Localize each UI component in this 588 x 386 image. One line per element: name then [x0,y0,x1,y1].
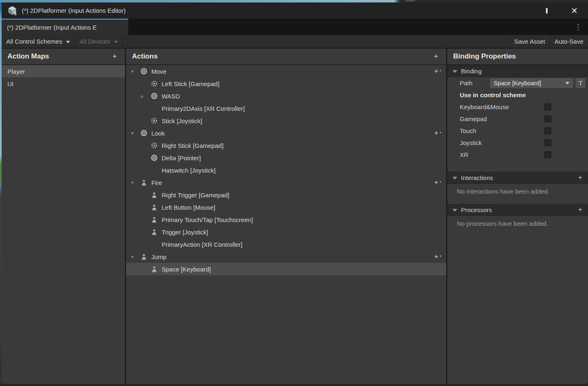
add-binding-button[interactable]: +▾ [432,129,440,138]
path-value: Space [Keyboard] [494,80,541,87]
button-icon [151,216,158,223]
action-maps-title: Action Maps [7,52,49,61]
foldout-triangle-icon [452,209,457,212]
binding-row-wasd[interactable]: ▶ WASD [126,90,446,102]
add-interaction-button[interactable]: + [578,173,582,182]
vector2-icon [151,154,158,161]
action-row-fire[interactable]: ▼ Fire +▾ [126,176,446,189]
maximize-button[interactable] [550,2,569,19]
no-icon-spacer [151,166,158,174]
actions-title: Actions [132,52,158,61]
actions-tree: ▼ Move +▾ Left Stick [Gamepad] ▶ WASD Pr… [126,65,446,384]
expander-open-icon[interactable]: ▼ [129,131,140,136]
auto-save-toggle[interactable]: Auto-Save [550,35,588,48]
unity-logo-icon: 6 [7,5,18,16]
processors-empty-note: No processors have been added. [457,220,588,227]
vector2-icon [140,129,148,137]
button-icon [151,191,158,199]
devices-dropdown[interactable]: All Devices [75,35,123,48]
foldout-triangle-icon [452,70,457,73]
checkbox-touch[interactable] [544,127,551,134]
actions-header: Actions + [126,49,446,65]
add-binding-button[interactable]: +▾ [432,67,440,76]
button-icon [140,179,148,186]
binding-row-primary2daxis-xr-controller[interactable]: Primary2DAxis [XR Controller] [126,102,446,115]
chevron-down-icon [66,41,70,43]
foldout-triangle-icon [452,177,457,180]
titlebar: 6 (*) 2DPlatformer (Input Actions Editor… [2,2,588,19]
binding-row-primaryaction-xr-controller[interactable]: PrimaryAction [XR Controller] [126,238,446,250]
save-asset-button[interactable]: Save Asset [509,35,550,48]
text-mode-toggle-button[interactable]: T [576,78,586,88]
checkbox-joystick[interactable] [544,139,551,146]
binding-row-left-button-mouse[interactable]: Left Button [Mouse] [126,201,446,213]
checkbox-keyboard-mouse[interactable] [544,103,551,110]
use-in-control-scheme-label: Use in control scheme [447,89,588,101]
overflow-menu-button[interactable]: ⋮ [573,22,583,32]
binding-row-delta-pointer[interactable]: Delta [Pointer] [126,152,446,164]
action-map-item-player[interactable]: Player [2,65,125,77]
action-maps-header: Action Maps + [2,49,125,65]
checkbox-xr[interactable] [544,151,551,158]
control-schemes-dropdown[interactable]: All Control Schemes [2,35,75,48]
expander-open-icon[interactable]: ▼ [129,180,140,185]
action-row-look[interactable]: ▼ Look +▾ [126,127,446,139]
window-title: (*) 2DPlatformer (Input Actions Editor) [22,7,126,14]
add-action-button[interactable]: + [431,52,440,61]
action-maps-list: PlayerUI [2,65,125,384]
action-map-item-ui[interactable]: UI [2,77,125,90]
binding-row-space-keyboard[interactable]: Space [Keyboard] [126,263,446,275]
toolbar: All Control Schemes All Devices Save Ass… [2,35,588,49]
binding-properties-panel: Binding Properties Binding Path Space [K… [447,49,588,384]
input-actions-editor-window: 6 (*) 2DPlatformer (Input Actions Editor… [2,2,588,384]
binding-properties-title: Binding Properties [453,52,516,61]
composite-icon [151,142,158,149]
no-icon-spacer [151,241,158,248]
composite-icon [151,117,158,124]
add-binding-button[interactable]: +▾ [432,178,440,187]
tab-bar: (*) 2DPlatformer (Input Actions E ⋮ [2,19,588,35]
add-action-map-button[interactable]: + [110,52,119,61]
expander-open-icon[interactable]: ▼ [129,255,140,259]
chevron-down-icon [114,41,118,43]
binding-row-left-stick-gamepad[interactable]: Left Stick [Gamepad] [126,77,446,90]
add-processor-button[interactable]: + [578,206,582,214]
expander-open-icon[interactable]: ▼ [129,69,140,74]
path-label: Path [460,80,490,87]
svg-text:6: 6 [14,12,17,16]
checkbox-gamepad[interactable] [544,115,551,122]
action-row-jump[interactable]: ▼ Jump +▾ [126,250,446,263]
expander-closed-icon[interactable]: ▶ [140,94,151,98]
close-button[interactable]: ✕ [569,2,588,19]
binding-properties-body: Binding Path Space [Keyboard] T Use in c… [447,65,588,384]
binding-row-right-trigger-gamepad[interactable]: Right Trigger [Gamepad] [126,189,446,201]
binding-row-primary-touch-tap-touchscreen[interactable]: Primary Touch/Tap [Touchscreen] [126,213,446,226]
background-peek-text: Build [406,0,415,2]
chevron-down-icon [565,82,569,84]
composite-icon [151,80,158,87]
processors-section-header[interactable]: Processors + [447,204,588,216]
path-row: Path Space [Keyboard] T [447,77,588,89]
button-icon [151,204,158,211]
tab-2dplatformer[interactable]: (*) 2DPlatformer (Input Actions E [2,19,128,35]
binding-row-right-stick-gamepad[interactable]: Right Stick [Gamepad] [126,139,446,152]
interactions-section-header[interactable]: Interactions + [447,172,588,184]
binding-row-trigger-joystick[interactable]: Trigger [Joystick] [126,226,446,238]
binding-section-header[interactable]: Binding [447,65,588,77]
vector2-icon [140,68,148,75]
scheme-row-keyboard-mouse: Keyboard&Mouse [447,101,588,113]
control-scheme-list: Keyboard&Mouse Gamepad Touch Joystick XR [447,101,588,161]
scheme-row-joystick: Joystick [447,137,588,149]
action-maps-panel: Action Maps + PlayerUI [2,49,125,384]
interactions-empty-note: No interactions have been added. [457,188,588,195]
button-icon [151,265,158,273]
action-row-move[interactable]: ▼ Move +▾ [126,65,446,77]
path-dropdown[interactable]: Space [Keyboard] [490,78,573,88]
scheme-row-touch: Touch [447,125,588,137]
button-icon [140,253,148,260]
no-icon-spacer [151,105,158,112]
maximize-icon [546,8,548,14]
binding-row-hatswitch-joystick[interactable]: Hatswitch [Joystick] [126,164,446,176]
binding-row-stick-joystick[interactable]: Stick [Joystick] [126,115,446,127]
add-binding-button[interactable]: +▾ [432,252,440,261]
